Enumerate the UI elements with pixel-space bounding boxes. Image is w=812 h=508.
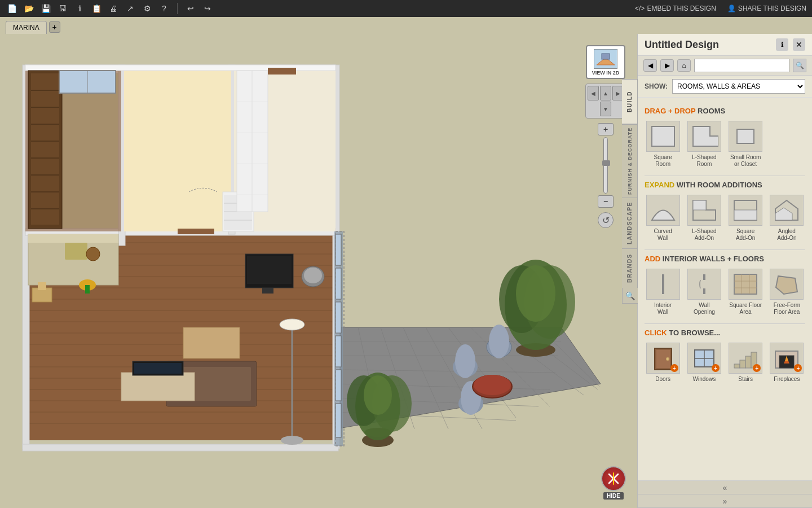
l-shaped-room-icon [687, 121, 721, 152]
close-panel-button[interactable]: ✕ [793, 38, 805, 51]
panel-expand-down-button[interactable]: » [638, 494, 812, 508]
new-icon[interactable]: 📄 [6, 2, 18, 15]
svg-rect-79 [121, 373, 195, 401]
divider-3 [645, 323, 805, 324]
hide-area: HIDE [601, 466, 626, 500]
doors-icon: + [646, 343, 680, 374]
side-tab-landscape[interactable]: LANDSCAPE [622, 198, 638, 248]
export-icon[interactable]: ↗ [124, 2, 136, 15]
panel-search-button[interactable]: 🔍 [793, 59, 806, 72]
side-tab-furnish[interactable]: FURNISH & DECORATE [622, 124, 638, 198]
save-icon[interactable]: 💾 [39, 2, 52, 15]
panel-content: DRAG + DROP ROOMS SquareRoom [638, 98, 812, 480]
wall-opening-icon [687, 269, 721, 300]
square-floor-label: Square FloorArea [729, 302, 762, 316]
svg-rect-78 [183, 327, 240, 358]
item-square-addon[interactable]: SquareAdd-On [727, 195, 764, 242]
panel-search-input[interactable] [694, 59, 789, 72]
doors-label: Doors [655, 376, 670, 383]
section-title-browse: CLICK TO BROWSE... [645, 329, 805, 337]
nav-down-button[interactable]: ▼ [600, 102, 611, 116]
interior-wall-label: InteriorWall [654, 302, 672, 316]
item-freeform-floor[interactable]: Free-FormFloor Area [769, 269, 805, 316]
svg-rect-119 [85, 285, 90, 294]
redo-icon[interactable]: ↪ [201, 2, 214, 15]
small-room-label: Small Roomor Closet [730, 154, 761, 168]
curved-wall-icon [646, 195, 680, 226]
svg-rect-53 [336, 404, 341, 437]
open-icon[interactable]: 📂 [23, 2, 35, 15]
item-interior-wall[interactable]: InteriorWall [645, 269, 681, 316]
tab-add-button[interactable]: + [49, 21, 60, 33]
save-as-icon[interactable]: 🖫 [56, 2, 69, 15]
zoom-track[interactable] [603, 137, 608, 194]
svg-rect-117 [38, 282, 46, 290]
svg-rect-50 [336, 302, 341, 333]
l-shaped-addon-label: L-ShapedAdd-On [692, 228, 716, 242]
panel-header: Untitled Design ℹ ✕ [638, 34, 812, 56]
print-icon[interactable]: 🖨 [107, 2, 120, 15]
zoom-thumb[interactable] [602, 160, 610, 166]
svg-rect-55 [31, 73, 59, 225]
svg-rect-128 [652, 126, 674, 146]
item-l-shaped-room[interactable]: L-ShapedRoom [686, 121, 722, 168]
pages-icon[interactable]: 📋 [90, 2, 103, 15]
square-floor-icon [729, 269, 762, 300]
nav-forward-button[interactable]: ▶ [660, 59, 674, 72]
nav-home-button[interactable]: ⌂ [677, 59, 691, 72]
panel-collapse-up-button[interactable]: « [638, 481, 812, 494]
nav-up-button[interactable]: ▲ [600, 86, 611, 100]
zoom-out-button[interactable]: − [598, 195, 614, 208]
item-square-room[interactable]: SquareRoom [645, 121, 681, 168]
nav-left-button[interactable]: ◀ [588, 86, 599, 100]
item-small-room[interactable]: Small Roomor Closet [727, 121, 764, 168]
item-angled-addon[interactable]: AngledAdd-On [769, 195, 805, 242]
side-tab-build[interactable]: BUILD [622, 79, 638, 124]
panel-nav: ◀ ▶ ⌂ 🔍 [638, 56, 812, 76]
tab-marina[interactable]: MARINA [6, 21, 47, 34]
show-select[interactable]: ROOMS, WALLS & AREAS [672, 79, 805, 94]
help-icon[interactable]: ? [158, 2, 170, 15]
view-2d-button[interactable]: VIEW IN 2D [586, 45, 625, 79]
freeform-floor-icon [770, 269, 804, 300]
svg-point-75 [304, 268, 322, 283]
side-tab-brands[interactable]: BRANDS [622, 248, 638, 288]
tab-bar: MARINA + [0, 17, 812, 34]
panel-title: Untitled Design [645, 39, 719, 51]
design-canvas[interactable]: VIEW IN 2D ◀ ▲ ▶ ▼ + − ↺ [0, 34, 637, 508]
zoom-in-button[interactable]: + [598, 123, 614, 135]
share-button[interactable]: 👤 SHARE THIS DESIGN [727, 5, 806, 12]
angled-addon-label: AngledAdd-On [777, 228, 796, 242]
side-search-icon[interactable]: 🔍 [622, 288, 638, 304]
rotate-reset-button[interactable]: ↺ [598, 212, 614, 228]
undo-icon[interactable]: ↩ [184, 2, 197, 15]
item-wall-opening[interactable]: WallOpening [686, 269, 722, 316]
svg-point-94 [455, 344, 475, 378]
item-curved-wall[interactable]: CurvedWall [645, 195, 681, 242]
hide-button[interactable]: HIDE [603, 492, 624, 500]
stairs-icon: + [729, 343, 762, 374]
curved-wall-label: CurvedWall [654, 228, 672, 242]
svg-point-92 [516, 265, 555, 322]
svg-rect-154 [740, 360, 745, 368]
item-windows[interactable]: + Windows [686, 343, 722, 383]
hide-icon[interactable] [601, 466, 626, 491]
item-l-shaped-addon[interactable]: L-ShapedAdd-On [686, 195, 722, 242]
settings-icon[interactable]: ⚙ [141, 2, 153, 15]
nav-back-button[interactable]: ◀ [643, 59, 657, 72]
svg-point-103 [280, 319, 304, 330]
item-stairs[interactable]: + Stairs [727, 343, 764, 383]
info-icon[interactable]: ℹ [73, 2, 86, 15]
item-square-floor[interactable]: Square FloorArea [727, 269, 764, 316]
l-shaped-addon-icon [687, 195, 721, 226]
right-panel: BUILD FURNISH & DECORATE LANDSCAPE BRAND… [637, 34, 812, 508]
item-doors[interactable]: + Doors [645, 343, 681, 383]
svg-rect-72 [247, 256, 292, 284]
item-fireplaces[interactable]: + Fireplaces [769, 343, 805, 383]
embed-button[interactable]: </> EMBED THIS DESIGN [635, 5, 716, 12]
info-panel-button[interactable]: ℹ [776, 38, 788, 51]
svg-rect-153 [734, 364, 740, 368]
svg-point-102 [281, 436, 303, 445]
rooms-grid: SquareRoom L-ShapedRoom [645, 121, 805, 168]
svg-point-100 [474, 375, 511, 395]
